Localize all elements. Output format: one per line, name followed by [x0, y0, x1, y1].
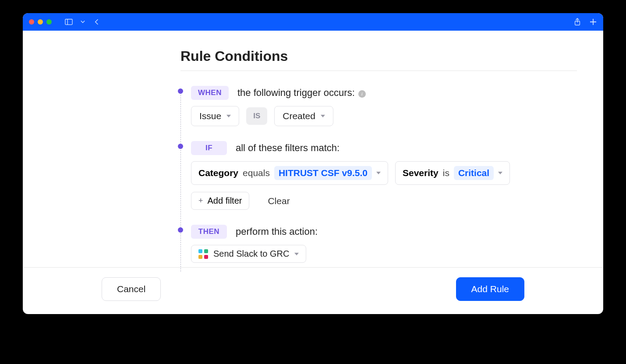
- titlebar: [23, 13, 603, 31]
- filter-field: Category: [198, 168, 238, 178]
- info-icon[interactable]: i: [358, 90, 366, 98]
- if-heading: all of these filters match:: [236, 142, 340, 154]
- filter-chip-severity[interactable]: Severity is Critical: [395, 161, 510, 185]
- chevron-down-icon: [498, 172, 502, 174]
- chevron-down-icon: [376, 172, 381, 174]
- if-section: IF all of these filters match: Category …: [191, 141, 577, 210]
- action-select[interactable]: Send Slack to GRC: [191, 245, 306, 263]
- chevron-down-icon: [294, 253, 299, 255]
- fullscreen-window-button[interactable]: [46, 19, 52, 25]
- if-badge: IF: [191, 141, 227, 155]
- when-heading-text: the following trigger occurs:: [237, 87, 355, 98]
- slack-icon: [198, 249, 208, 259]
- when-badge: WHEN: [191, 86, 229, 100]
- minimize-window-button[interactable]: [38, 19, 43, 25]
- filter-field: Severity: [403, 168, 439, 178]
- app-window: Rule Conditions WHEN the following trigg…: [23, 13, 603, 314]
- filter-value: Critical: [454, 166, 494, 180]
- chevron-down-icon: [321, 115, 325, 117]
- trigger-subject-value: Issue: [199, 111, 221, 121]
- add-filter-button[interactable]: + Add filter: [191, 192, 249, 210]
- filter-chip-category[interactable]: Category equals HITRUST CSF v9.5.0: [191, 161, 388, 185]
- filter-op: is: [443, 168, 449, 178]
- cancel-button[interactable]: Cancel: [102, 277, 161, 301]
- trigger-subject-select[interactable]: Issue: [191, 106, 239, 126]
- trigger-predicate-select[interactable]: Created: [274, 106, 333, 126]
- trigger-operator: IS: [246, 107, 267, 125]
- plus-icon[interactable]: [589, 18, 597, 26]
- close-window-button[interactable]: [29, 19, 34, 25]
- timeline-node: [178, 88, 183, 94]
- share-icon[interactable]: [573, 18, 581, 26]
- timeline-line: [180, 88, 181, 272]
- page-title: Rule Conditions: [180, 48, 577, 71]
- then-heading: perform this action:: [236, 226, 318, 237]
- back-icon[interactable]: [93, 18, 101, 26]
- svg-rect-0: [65, 19, 72, 25]
- timeline-node: [178, 144, 183, 149]
- window-traffic-lights: [29, 19, 52, 25]
- chevron-down-icon[interactable]: [79, 18, 87, 26]
- main-content: Rule Conditions WHEN the following trigg…: [23, 31, 603, 267]
- timeline-node: [178, 227, 183, 233]
- filter-op: equals: [243, 168, 270, 178]
- trigger-predicate-value: Created: [283, 111, 315, 121]
- plus-icon: +: [198, 196, 203, 205]
- add-rule-button[interactable]: Add Rule: [456, 277, 524, 301]
- then-badge: THEN: [191, 225, 227, 239]
- action-label: Send Slack to GRC: [213, 249, 289, 259]
- when-section: WHEN the following trigger occurs: i Iss…: [191, 86, 577, 126]
- when-heading: the following trigger occurs: i: [237, 87, 366, 99]
- clear-filters-button[interactable]: Clear: [268, 196, 290, 206]
- then-section: THEN perform this action: Send Slack to …: [191, 225, 577, 263]
- add-filter-label: Add filter: [208, 196, 242, 206]
- sidebar-toggle-icon[interactable]: [65, 18, 73, 26]
- chevron-down-icon: [226, 115, 231, 117]
- footer: Cancel Add Rule: [23, 267, 603, 314]
- filter-value: HITRUST CSF v9.5.0: [274, 166, 372, 180]
- rule-timeline: WHEN the following trigger occurs: i Iss…: [180, 86, 577, 263]
